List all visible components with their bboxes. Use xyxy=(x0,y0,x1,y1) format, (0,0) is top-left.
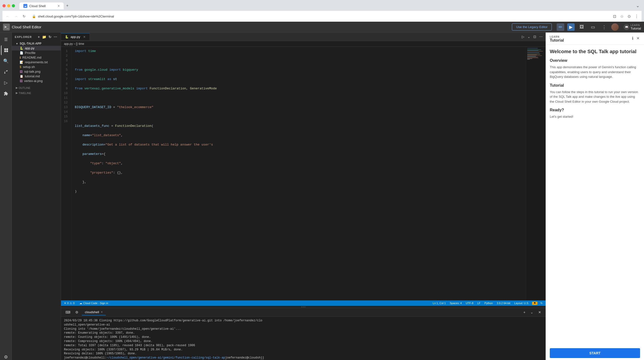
sidebar-item-setup[interactable]: $ setup.sh xyxy=(12,65,61,69)
split-editor-button[interactable]: ⊡ xyxy=(532,34,537,39)
tutorial-heading: Welcome to the SQL Talk app tutorial xyxy=(550,49,640,55)
status-warning-badge[interactable]: ⚑ xyxy=(532,302,538,305)
ln-6: 6 xyxy=(61,72,70,77)
tab-favicon: ☁ xyxy=(23,4,27,8)
file-icon-sql-talk-png: 🖼 xyxy=(20,70,23,73)
settings-icon-button[interactable]: ⚙ xyxy=(1,352,11,360)
run-button[interactable]: ▷ xyxy=(521,34,526,39)
tutorial-label: Tutorial xyxy=(630,27,641,30)
terminal-dropdown-button[interactable]: ⌄ xyxy=(529,310,535,315)
sidebar-item-requirements[interactable]: 📝 requirements.txt xyxy=(12,60,61,65)
status-refresh-icon[interactable]: ↻ xyxy=(540,302,544,305)
window-controls: ⌄ xyxy=(634,3,642,8)
tutorial-info-button[interactable]: ℹ xyxy=(632,36,634,41)
ln-5: 5 xyxy=(61,68,70,72)
sidebar-item-readme[interactable]: ℹ README.md xyxy=(12,55,61,60)
url-input[interactable] xyxy=(38,15,607,18)
edit-icon-button[interactable]: ✏ xyxy=(557,24,564,31)
sidebar-more-button[interactable]: ⋯ xyxy=(53,35,58,39)
status-errors[interactable]: ✕ 0 ⚠ 0 xyxy=(63,302,76,305)
more-options-button[interactable]: ⋮ xyxy=(600,24,608,31)
minimize-window-button[interactable] xyxy=(7,4,10,8)
cloud-shell-icon: >_ xyxy=(3,24,10,31)
forward-button[interactable]: → xyxy=(13,13,19,19)
bookmark-button[interactable]: ☆ xyxy=(619,14,624,19)
address-bar[interactable]: 🔒 xyxy=(29,12,610,21)
dots-separator[interactable]: • • • xyxy=(61,306,546,308)
breadcrumb-section[interactable]: {} time xyxy=(76,42,84,46)
sidebar-item-vertex-ai-png[interactable]: 🖼 vertex-ai.png xyxy=(12,79,61,83)
tab-close-icon[interactable]: ✕ xyxy=(83,35,86,39)
split-icon-button[interactable]: ▭ xyxy=(589,24,597,31)
status-ln-col[interactable]: Ln 1, Col 1 xyxy=(432,302,447,305)
sidebar-header-actions: + 📁 ↻ ⋯ xyxy=(37,35,58,39)
code-line-5: from vertexai.generative_models import F… xyxy=(75,86,523,91)
user-avatar[interactable] xyxy=(611,24,619,31)
ln-7: 7 xyxy=(61,77,70,82)
source-control-icon-button[interactable] xyxy=(1,67,11,77)
terminal-close-button[interactable]: ✕ xyxy=(537,310,543,315)
profile-button[interactable]: ⊙ xyxy=(626,14,632,19)
menu-icon-button[interactable]: ☰ xyxy=(1,35,11,44)
code-editor[interactable]: 1 2 3 4 5 6 7 8 9 10 11 12 13 14 xyxy=(61,47,546,300)
status-line-endings[interactable]: LF xyxy=(476,302,482,305)
search-icon-button[interactable]: 🔍 xyxy=(1,56,11,66)
terminal-icon-button[interactable]: ▶ xyxy=(567,24,575,31)
tutorial-title: Tutorial xyxy=(550,38,564,43)
terminal-keyboard-button[interactable]: ⌨ xyxy=(64,310,72,315)
legacy-editor-button[interactable]: Use the Legacy Editor xyxy=(512,24,552,31)
run-dropdown-button[interactable]: ⌄ xyxy=(526,34,531,39)
filename-requirements: requirements.txt xyxy=(25,60,48,64)
status-language[interactable]: Python xyxy=(483,302,494,305)
start-tutorial-button[interactable]: START xyxy=(550,348,640,358)
code-content[interactable]: import time from google.cloud import big… xyxy=(72,47,526,300)
webcam-icon-button[interactable]: 🖼 xyxy=(578,24,586,31)
more-actions-button[interactable]: ⋯ xyxy=(538,34,544,39)
terminal-add-button[interactable]: + xyxy=(522,310,527,315)
reload-button[interactable]: ↻ xyxy=(21,13,27,19)
language-text: Python xyxy=(484,302,493,305)
terminal-tab-close-button[interactable]: ✕ xyxy=(100,310,103,314)
sidebar-folder-sql-talk[interactable]: ▼ SQL-TALK-APP xyxy=(12,41,61,46)
back-button[interactable]: ← xyxy=(4,13,11,19)
status-layout[interactable]: Layout: U.S. xyxy=(513,302,530,305)
status-cloud-code[interactable]: ☁ Cloud Code - Sign in xyxy=(78,302,109,305)
terminal-content[interactable]: 2024/03/29 18:45:38 Cloning https://gith… xyxy=(61,317,546,360)
tab-close-button[interactable]: ✕ xyxy=(58,5,60,8)
sidebar-timeline-section[interactable]: ▶ TIMELINE xyxy=(12,90,61,96)
run-debug-icon-button[interactable]: ▷ xyxy=(1,78,11,88)
sidebar-item-app-py[interactable]: 🐍 app.py xyxy=(12,46,61,51)
terminal-settings-button[interactable]: ⚙ xyxy=(74,310,80,315)
extensions-button[interactable]: ⊡ xyxy=(612,14,617,19)
new-tab-button[interactable]: + xyxy=(64,2,71,9)
line-numbers: 1 2 3 4 5 6 7 8 9 10 11 12 13 14 xyxy=(61,47,72,300)
status-encoding[interactable]: UTF-8 xyxy=(465,302,474,305)
sidebar-new-file-button[interactable]: + xyxy=(37,35,40,39)
status-spaces[interactable]: Spaces: 4 xyxy=(449,302,463,305)
maximize-window-button[interactable] xyxy=(12,4,15,8)
terminal-tab-cloudshell[interactable]: cloudshell ✕ xyxy=(82,309,106,315)
file-icon-setup: $ xyxy=(20,65,22,69)
extensions-icon-button[interactable] xyxy=(1,89,11,99)
editor-tab-app-py[interactable]: 🐍 app.py ✕ xyxy=(61,33,90,40)
terminal-line-9: Resolving deltas: 100% (1965/1965), done… xyxy=(64,352,543,356)
sidebar-item-tutorial-md[interactable]: 📋 tutorial.md xyxy=(12,74,61,79)
sidebar-item-sql-talk-png[interactable]: 🖼 sql-talk.png xyxy=(12,69,61,74)
minimap-line-16 xyxy=(527,59,530,60)
tab-bar: 🐍 app.py ✕ ▷ ⌄ ⊡ ⋯ xyxy=(61,33,546,41)
sidebar-outline-section[interactable]: ▶ OUTLINE xyxy=(12,85,61,90)
sidebar-new-folder-button[interactable]: 📁 xyxy=(42,35,47,39)
terminal-line-3: Cloning into '/home/joefernandez/cloudsh… xyxy=(64,327,543,331)
sidebar-refresh-button[interactable]: ↻ xyxy=(48,35,52,39)
status-python-version[interactable]: 3.9.2 64-bit xyxy=(496,302,511,305)
more-button[interactable]: ⋮ xyxy=(634,14,640,19)
breadcrumb: app.py › {} time xyxy=(61,41,546,47)
tutorial-ready-title: Ready? xyxy=(550,108,640,112)
explorer-icon-button[interactable] xyxy=(1,45,11,55)
sidebar-item-procfile[interactable]: 📄 Procfile xyxy=(12,51,61,55)
ln-1: 1 xyxy=(61,49,70,54)
close-window-button[interactable] xyxy=(2,4,6,8)
tutorial-close-button[interactable]: ✕ xyxy=(636,36,640,41)
breadcrumb-file[interactable]: app.py xyxy=(64,42,73,46)
browser-tab-active[interactable]: ☁ Cloud Shell ✕ xyxy=(20,3,64,9)
